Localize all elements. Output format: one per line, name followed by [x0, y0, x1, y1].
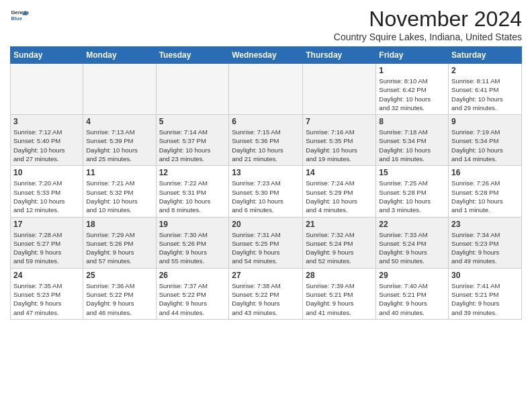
day-number: 2 [451, 66, 519, 75]
day-number: 25 [86, 271, 152, 280]
day-number: 5 [159, 117, 226, 126]
day-info: Sunrise: 7:19 AM Sunset: 5:34 PM Dayligh… [451, 128, 519, 163]
day-info: Sunrise: 7:41 AM Sunset: 5:21 PM Dayligh… [451, 281, 519, 317]
day-number: 28 [306, 271, 373, 280]
day-number: 15 [379, 168, 445, 177]
calendar-cell: 26Sunrise: 7:37 AM Sunset: 5:22 PM Dayli… [156, 268, 229, 319]
day-info: Sunrise: 7:35 AM Sunset: 5:23 PM Dayligh… [13, 281, 80, 317]
weekday-header-wednesday: Wednesday [229, 47, 303, 64]
weekday-header-saturday: Saturday [449, 47, 522, 64]
day-info: Sunrise: 7:16 AM Sunset: 5:35 PM Dayligh… [306, 128, 373, 163]
calendar-cell [156, 64, 229, 115]
weekday-header-monday: Monday [83, 47, 156, 64]
calendar-cell: 9Sunrise: 7:19 AM Sunset: 5:34 PM Daylig… [449, 115, 522, 166]
calendar-cell: 15Sunrise: 7:25 AM Sunset: 5:28 PM Dayli… [376, 166, 449, 217]
calendar-cell: 8Sunrise: 7:18 AM Sunset: 5:34 PM Daylig… [376, 115, 449, 166]
calendar-cell: 6Sunrise: 7:15 AM Sunset: 5:36 PM Daylig… [229, 115, 303, 166]
day-number: 11 [86, 168, 152, 177]
day-info: Sunrise: 7:12 AM Sunset: 5:40 PM Dayligh… [13, 128, 80, 163]
calendar-cell: 11Sunrise: 7:21 AM Sunset: 5:32 PM Dayli… [83, 166, 156, 217]
calendar-week-row: 17Sunrise: 7:28 AM Sunset: 5:27 PM Dayli… [11, 217, 522, 268]
day-info: Sunrise: 7:29 AM Sunset: 5:26 PM Dayligh… [86, 230, 152, 266]
day-number: 1 [379, 66, 445, 75]
calendar-cell: 28Sunrise: 7:39 AM Sunset: 5:21 PM Dayli… [303, 268, 376, 319]
day-number: 30 [451, 271, 519, 280]
calendar-cell: 2Sunrise: 8:11 AM Sunset: 6:41 PM Daylig… [449, 64, 522, 115]
calendar-cell: 16Sunrise: 7:26 AM Sunset: 5:28 PM Dayli… [449, 166, 522, 217]
day-info: Sunrise: 7:15 AM Sunset: 5:36 PM Dayligh… [232, 128, 300, 163]
calendar-cell [303, 64, 376, 115]
day-info: Sunrise: 7:20 AM Sunset: 5:33 PM Dayligh… [13, 179, 80, 214]
weekday-header-row: SundayMondayTuesdayWednesdayThursdayFrid… [11, 47, 522, 64]
day-number: 3 [13, 117, 80, 126]
day-number: 22 [379, 220, 445, 229]
day-number: 17 [13, 220, 80, 229]
day-number: 4 [86, 117, 152, 126]
calendar-week-row: 10Sunrise: 7:20 AM Sunset: 5:33 PM Dayli… [11, 166, 522, 217]
calendar-cell: 4Sunrise: 7:13 AM Sunset: 5:39 PM Daylig… [83, 115, 156, 166]
calendar-week-row: 1Sunrise: 8:10 AM Sunset: 6:42 PM Daylig… [11, 64, 522, 115]
calendar-cell [11, 64, 83, 115]
weekday-header-friday: Friday [376, 47, 449, 64]
day-info: Sunrise: 7:28 AM Sunset: 5:27 PM Dayligh… [13, 230, 80, 266]
day-info: Sunrise: 7:37 AM Sunset: 5:22 PM Dayligh… [159, 281, 226, 317]
calendar-cell: 10Sunrise: 7:20 AM Sunset: 5:33 PM Dayli… [11, 166, 83, 217]
day-info: Sunrise: 7:26 AM Sunset: 5:28 PM Dayligh… [451, 179, 519, 214]
calendar-cell: 30Sunrise: 7:41 AM Sunset: 5:21 PM Dayli… [449, 268, 522, 319]
calendar-cell: 27Sunrise: 7:38 AM Sunset: 5:22 PM Dayli… [229, 268, 303, 319]
calendar-cell: 21Sunrise: 7:32 AM Sunset: 5:24 PM Dayli… [303, 217, 376, 268]
calendar-table: SundayMondayTuesdayWednesdayThursdayFrid… [10, 46, 522, 320]
day-info: Sunrise: 8:10 AM Sunset: 6:42 PM Dayligh… [379, 77, 445, 112]
day-number: 7 [306, 117, 373, 126]
day-number: 6 [232, 117, 300, 126]
day-number: 19 [159, 220, 226, 229]
calendar-cell: 29Sunrise: 7:40 AM Sunset: 5:21 PM Dayli… [376, 268, 449, 319]
logo[interactable]: General Blue [10, 7, 29, 26]
day-info: Sunrise: 7:25 AM Sunset: 5:28 PM Dayligh… [379, 179, 445, 214]
calendar-cell: 22Sunrise: 7:33 AM Sunset: 5:24 PM Dayli… [376, 217, 449, 268]
weekday-header-sunday: Sunday [11, 47, 83, 64]
day-number: 14 [306, 168, 373, 177]
page-header: General Blue November 2024 Country Squir… [10, 7, 522, 42]
day-number: 10 [13, 168, 80, 177]
calendar-week-row: 24Sunrise: 7:35 AM Sunset: 5:23 PM Dayli… [11, 268, 522, 319]
calendar-cell: 17Sunrise: 7:28 AM Sunset: 5:27 PM Dayli… [11, 217, 83, 268]
calendar-cell: 3Sunrise: 7:12 AM Sunset: 5:40 PM Daylig… [11, 115, 83, 166]
day-number: 13 [232, 168, 300, 177]
day-info: Sunrise: 7:31 AM Sunset: 5:25 PM Dayligh… [232, 230, 300, 266]
day-info: Sunrise: 7:13 AM Sunset: 5:39 PM Dayligh… [86, 128, 152, 163]
day-info: Sunrise: 7:23 AM Sunset: 5:30 PM Dayligh… [232, 179, 300, 214]
day-info: Sunrise: 7:18 AM Sunset: 5:34 PM Dayligh… [379, 128, 445, 163]
day-number: 18 [86, 220, 152, 229]
calendar-cell: 20Sunrise: 7:31 AM Sunset: 5:25 PM Dayli… [229, 217, 303, 268]
day-number: 20 [232, 220, 300, 229]
day-info: Sunrise: 8:11 AM Sunset: 6:41 PM Dayligh… [451, 77, 519, 112]
day-number: 27 [232, 271, 300, 280]
day-number: 26 [159, 271, 226, 280]
calendar-cell: 25Sunrise: 7:36 AM Sunset: 5:22 PM Dayli… [83, 268, 156, 319]
day-info: Sunrise: 7:32 AM Sunset: 5:24 PM Dayligh… [306, 230, 373, 266]
day-number: 9 [451, 117, 519, 126]
day-number: 8 [379, 117, 445, 126]
calendar-cell: 7Sunrise: 7:16 AM Sunset: 5:35 PM Daylig… [303, 115, 376, 166]
day-info: Sunrise: 7:22 AM Sunset: 5:31 PM Dayligh… [159, 179, 226, 214]
calendar-cell: 24Sunrise: 7:35 AM Sunset: 5:23 PM Dayli… [11, 268, 83, 319]
day-info: Sunrise: 7:34 AM Sunset: 5:23 PM Dayligh… [451, 230, 519, 266]
calendar-cell: 18Sunrise: 7:29 AM Sunset: 5:26 PM Dayli… [83, 217, 156, 268]
day-info: Sunrise: 7:38 AM Sunset: 5:22 PM Dayligh… [232, 281, 300, 317]
day-info: Sunrise: 7:14 AM Sunset: 5:37 PM Dayligh… [159, 128, 226, 163]
day-number: 29 [379, 271, 445, 280]
calendar-cell: 12Sunrise: 7:22 AM Sunset: 5:31 PM Dayli… [156, 166, 229, 217]
day-info: Sunrise: 7:30 AM Sunset: 5:26 PM Dayligh… [159, 230, 226, 266]
calendar-cell: 1Sunrise: 8:10 AM Sunset: 6:42 PM Daylig… [376, 64, 449, 115]
calendar-cell [229, 64, 303, 115]
calendar-cell: 5Sunrise: 7:14 AM Sunset: 5:37 PM Daylig… [156, 115, 229, 166]
weekday-header-tuesday: Tuesday [156, 47, 229, 64]
calendar-cell: 19Sunrise: 7:30 AM Sunset: 5:26 PM Dayli… [156, 217, 229, 268]
day-info: Sunrise: 7:33 AM Sunset: 5:24 PM Dayligh… [379, 230, 445, 266]
svg-text:Blue: Blue [11, 15, 22, 21]
day-number: 12 [159, 168, 226, 177]
day-info: Sunrise: 7:24 AM Sunset: 5:29 PM Dayligh… [306, 179, 373, 214]
day-number: 21 [306, 220, 373, 229]
day-number: 24 [13, 271, 80, 280]
